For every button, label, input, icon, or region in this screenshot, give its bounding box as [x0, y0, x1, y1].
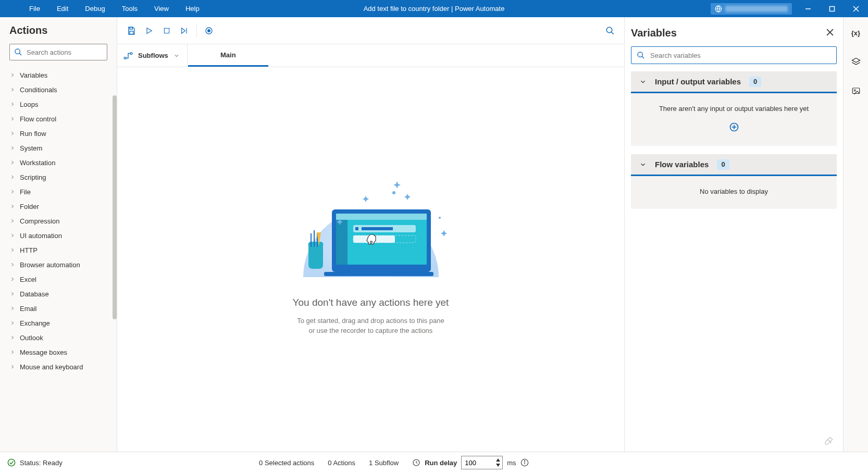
action-category-label: Excel — [20, 276, 36, 283]
action-category-run-flow[interactable]: Run flow — [0, 126, 117, 141]
svg-point-37 — [638, 52, 642, 57]
action-category-folder[interactable]: Folder — [0, 199, 117, 214]
subflows-dropdown[interactable]: Subflows — [117, 44, 188, 67]
svg-rect-22 — [336, 214, 427, 220]
menu-debug[interactable]: Debug — [77, 0, 113, 17]
action-category-label: Mouse and keyboard — [20, 363, 83, 371]
spinner-up[interactable] — [496, 457, 500, 463]
toolbar-search-button[interactable] — [601, 22, 619, 40]
chevron-right-icon — [9, 159, 16, 166]
action-category-loops[interactable]: Loops — [0, 97, 117, 111]
actions-search[interactable] — [9, 44, 107, 60]
recorder-button[interactable] — [200, 22, 218, 40]
menu-tools[interactable]: Tools — [114, 0, 146, 17]
io-variables-header[interactable]: Input / output variables 0 — [631, 71, 837, 93]
status-selected-actions: 0 Selected actions — [259, 459, 314, 467]
svg-rect-7 — [130, 27, 132, 29]
svg-point-15 — [606, 27, 612, 33]
chevron-right-icon — [9, 130, 16, 136]
action-category-ui-automation[interactable]: UI automation — [0, 228, 117, 243]
action-category-exchange[interactable]: Exchange — [0, 316, 117, 330]
svg-marker-9 — [147, 28, 152, 33]
action-category-label: Browser automation — [20, 261, 80, 269]
run-button[interactable] — [140, 22, 158, 40]
svg-rect-10 — [164, 28, 169, 33]
variables-search-input[interactable] — [650, 52, 831, 59]
chevron-right-icon — [9, 334, 16, 341]
svg-rect-21 — [336, 214, 348, 265]
menu-view[interactable]: View — [146, 0, 177, 17]
globe-icon — [715, 5, 722, 13]
action-category-label: Exchange — [20, 319, 50, 327]
chevron-right-icon — [9, 305, 16, 312]
flow-count-badge: 0 — [717, 159, 729, 170]
rail-layers-button[interactable] — [847, 54, 865, 70]
flow-variables-header[interactable]: Flow variables 0 — [631, 154, 837, 176]
action-category-scripting[interactable]: Scripting — [0, 170, 117, 184]
search-icon — [605, 26, 615, 35]
chevron-right-icon — [9, 203, 16, 209]
statusbar: Status: Ready 0 Selected actions 0 Actio… — [0, 452, 868, 473]
action-category-variables[interactable]: Variables — [0, 68, 117, 82]
minimize-button[interactable] — [796, 0, 820, 17]
menu-help[interactable]: Help — [177, 0, 208, 17]
variables-panel: Variables Input / output variables 0 The… — [624, 17, 843, 452]
svg-rect-8 — [130, 31, 133, 34]
action-category-mouse-and-keyboard[interactable]: Mouse and keyboard — [0, 359, 117, 374]
actions-scrollbar[interactable] — [113, 95, 117, 319]
run-delay-value[interactable] — [465, 459, 490, 467]
action-category-flow-control[interactable]: Flow control — [0, 111, 117, 126]
step-button[interactable] — [176, 22, 193, 40]
chevron-right-icon — [9, 276, 16, 282]
run-delay-input[interactable] — [461, 456, 503, 469]
info-icon[interactable] — [520, 458, 529, 467]
menu-file[interactable]: File — [21, 0, 48, 17]
svg-point-33 — [439, 217, 441, 219]
action-category-http[interactable]: HTTP — [0, 243, 117, 257]
maximize-button[interactable] — [820, 0, 844, 17]
svg-point-17 — [124, 57, 126, 59]
empty-subtitle: To get started, drag and drop actions to… — [297, 316, 444, 336]
svg-point-14 — [208, 29, 210, 32]
rail-variables-button[interactable]: {x} — [847, 24, 865, 41]
environment-picker[interactable] — [711, 3, 792, 15]
menu-edit[interactable]: Edit — [48, 0, 77, 17]
svg-marker-48 — [496, 458, 500, 462]
action-category-system[interactable]: System — [0, 141, 117, 155]
right-rail: {x} — [843, 17, 868, 452]
actions-search-input[interactable] — [27, 48, 103, 56]
svg-marker-43 — [852, 58, 860, 63]
status-text: Status: Ready — [20, 459, 63, 467]
action-category-message-boxes[interactable]: Message boxes — [0, 345, 117, 359]
action-category-database[interactable]: Database — [0, 287, 117, 301]
chevron-down-icon — [173, 53, 180, 59]
close-button[interactable] — [844, 0, 868, 17]
action-category-outlook[interactable]: Outlook — [0, 330, 117, 345]
chevron-right-icon — [9, 189, 16, 195]
action-category-file[interactable]: File — [0, 184, 117, 199]
tab-main[interactable]: Main — [188, 44, 268, 67]
flow-canvas: Subflows Main — [117, 44, 624, 452]
action-category-email[interactable]: Email — [0, 301, 117, 316]
svg-line-16 — [611, 32, 614, 34]
canvas-empty-state: You don't have any actions here yet To g… — [117, 67, 624, 452]
action-category-browser-automation[interactable]: Browser automation — [0, 257, 117, 272]
clear-button[interactable] — [631, 434, 837, 447]
action-category-workstation[interactable]: Workstation — [0, 155, 117, 170]
close-variables-button[interactable] — [823, 26, 837, 41]
subflows-icon — [123, 52, 133, 60]
stop-button[interactable] — [158, 22, 176, 40]
variables-search[interactable] — [631, 46, 837, 64]
save-button[interactable] — [122, 22, 140, 40]
chevron-right-icon — [9, 218, 16, 224]
svg-marker-11 — [182, 28, 185, 33]
rail-images-button[interactable] — [847, 83, 865, 99]
svg-line-6 — [19, 53, 21, 55]
action-category-label: File — [20, 188, 31, 196]
action-category-compression[interactable]: Compression — [0, 214, 117, 228]
svg-point-46 — [8, 459, 15, 466]
spinner-down[interactable] — [496, 463, 500, 468]
add-io-variable-button[interactable] — [639, 122, 828, 132]
action-category-conditionals[interactable]: Conditionals — [0, 82, 117, 97]
action-category-excel[interactable]: Excel — [0, 272, 117, 287]
